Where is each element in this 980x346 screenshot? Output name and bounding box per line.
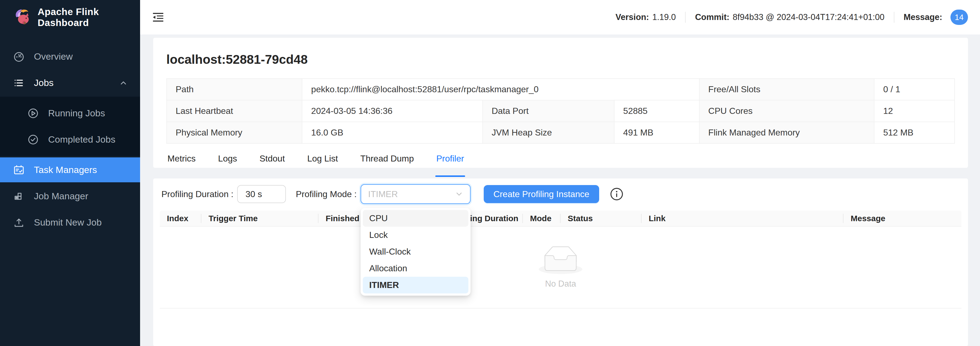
tab-profiler[interactable]: Profiler xyxy=(435,151,465,171)
sidebar-item-label: Job Manager xyxy=(34,191,88,201)
tab-stdout[interactable]: Stdout xyxy=(259,151,286,171)
mode-option-allocation[interactable]: Allocation xyxy=(363,260,468,277)
create-profiling-instance-button[interactable]: Create Profiling Instance xyxy=(484,185,599,203)
sidebar-item-submit-new-job[interactable]: Submit New Job xyxy=(0,210,140,235)
profiling-mode-select-wrap: ITIMER CPU Lock Wall-Clock Allocation IT… xyxy=(361,184,471,204)
mode-option-lock[interactable]: Lock xyxy=(363,226,468,243)
column-mode: Mode xyxy=(523,214,561,223)
profiling-mode-dropdown: CPU Lock Wall-Clock Allocation ITIMER xyxy=(361,208,471,296)
chevron-down-icon xyxy=(455,190,463,198)
table-row: Last Heartbeat 2024-03-05 14:36:36 Data … xyxy=(167,100,955,122)
sidebar-item-label: Task Managers xyxy=(34,164,97,175)
physical-memory-value: 16.0 GB xyxy=(302,122,483,144)
profiling-table-empty-body: No Data xyxy=(160,226,961,308)
tab-log-list[interactable]: Log List xyxy=(306,151,339,171)
schedule-icon xyxy=(13,164,25,176)
tab-thread-dump[interactable]: Thread Dump xyxy=(359,151,415,171)
content: localhost:52881-79cd48 Path pekko.tcp://… xyxy=(140,35,980,346)
app-root: Apache Flink Dashboard Overview Jobs xyxy=(0,0,980,346)
profiling-duration-label: Profiling Duration : xyxy=(161,189,233,199)
taskmanager-detail-card: localhost:52881-79cd48 Path pekko.tcp://… xyxy=(153,38,968,168)
chevron-up-icon xyxy=(118,77,129,89)
flink-squirrel-logo xyxy=(13,7,31,28)
sidebar-item-label: Jobs xyxy=(34,78,54,88)
profiling-instances-table: Index Trigger Time Finished Time Profili… xyxy=(160,210,961,308)
path-label: Path xyxy=(167,78,302,100)
top-header: Version: 1.19.0 Commit: 8f94b33 @ 2024-0… xyxy=(140,0,980,35)
check-circle-icon xyxy=(27,134,39,145)
taskmanager-info-table: Path pekko.tcp://flink@localhost:52881/u… xyxy=(166,78,955,144)
physical-memory-label: Physical Memory xyxy=(167,122,302,144)
detail-tabs: Metrics Logs Stdout Log List Thread Dump… xyxy=(166,144,955,171)
profiling-mode-select[interactable]: ITIMER xyxy=(361,184,471,204)
heartbeat-label: Last Heartbeat xyxy=(167,100,302,122)
tab-logs[interactable]: Logs xyxy=(217,151,238,171)
dashboard-icon xyxy=(13,51,25,62)
sidebar-menu: Overview Jobs Running Jobs xyxy=(0,43,140,236)
jvm-heap-value: 491 MB xyxy=(614,122,699,144)
heartbeat-value: 2024-03-05 14:36:36 xyxy=(302,100,483,122)
info-circle-icon[interactable] xyxy=(609,187,624,201)
data-port-label: Data Port xyxy=(483,100,614,122)
profiling-duration-input[interactable]: 30 s xyxy=(237,185,286,203)
path-value: pekko.tcp://flink@localhost:52881/user/r… xyxy=(302,78,699,100)
divider xyxy=(894,12,894,23)
sidebar-item-completed-jobs[interactable]: Completed Jobs xyxy=(0,127,140,152)
mode-option-cpu[interactable]: CPU xyxy=(363,210,468,226)
sidebar-item-jobs[interactable]: Jobs xyxy=(0,70,140,95)
sidebar-item-label: Submit New Job xyxy=(34,217,102,228)
jvm-heap-label: JVM Heap Size xyxy=(483,122,614,144)
play-circle-icon xyxy=(27,108,39,119)
app-title: Apache Flink Dashboard xyxy=(38,6,140,28)
profiling-table-header: Index Trigger Time Finished Time Profili… xyxy=(160,210,961,226)
table-row: Path pekko.tcp://flink@localhost:52881/u… xyxy=(167,78,955,100)
message-label: Message: xyxy=(904,12,942,22)
main-area: Version: 1.19.0 Commit: 8f94b33 @ 2024-0… xyxy=(140,0,980,346)
data-port-value: 52885 xyxy=(614,100,699,122)
message-count-badge[interactable]: 14 xyxy=(950,10,968,25)
no-data-text: No Data xyxy=(545,279,576,289)
brand-header: Apache Flink Dashboard xyxy=(0,0,140,35)
sidebar-item-overview[interactable]: Overview xyxy=(0,44,140,69)
free-slots-value: 0 / 1 xyxy=(874,78,955,100)
profiler-card: Profiling Duration : 30 s Profiling Mode… xyxy=(153,179,968,346)
sidebar-item-running-jobs[interactable]: Running Jobs xyxy=(0,101,140,126)
column-link: Link xyxy=(641,214,843,223)
column-status: Status xyxy=(561,214,641,223)
version-value: 1.19.0 xyxy=(652,12,676,22)
cpu-cores-value: 12 xyxy=(874,100,955,122)
sidebar-item-label: Overview xyxy=(34,51,73,62)
menu-fold-icon[interactable] xyxy=(151,11,165,24)
column-trigger-time: Trigger Time xyxy=(201,214,318,223)
mode-option-wall-clock[interactable]: Wall-Clock xyxy=(363,243,468,260)
table-row: Physical Memory 16.0 GB JVM Heap Size 49… xyxy=(167,122,955,144)
sidebar-item-job-manager[interactable]: Job Manager xyxy=(0,184,140,209)
mode-option-itimer[interactable]: ITIMER xyxy=(363,277,468,293)
unordered-list-icon xyxy=(13,77,25,89)
build-info: Version: 1.19.0 Commit: 8f94b33 @ 2024-0… xyxy=(616,10,968,25)
managed-memory-value: 512 MB xyxy=(874,122,955,144)
sidebar-item-task-managers[interactable]: Task Managers xyxy=(0,158,140,182)
column-message: Message xyxy=(843,214,961,223)
profiler-controls: Profiling Duration : 30 s Profiling Mode… xyxy=(160,184,961,204)
commit-value: 8f94b33 @ 2024-03-04T17:24:41+01:00 xyxy=(733,12,885,22)
sidebar-item-label: Completed Jobs xyxy=(48,134,115,145)
commit-label: Commit: xyxy=(695,12,729,22)
profiling-mode-label: Profiling Mode : xyxy=(296,189,356,199)
upload-icon xyxy=(13,217,25,228)
tab-metrics[interactable]: Metrics xyxy=(166,151,197,171)
free-slots-label: Free/All Slots xyxy=(699,78,874,100)
build-icon xyxy=(13,191,25,202)
empty-inbox-icon xyxy=(539,246,582,274)
version-label: Version: xyxy=(616,12,649,22)
cpu-cores-label: CPU Cores xyxy=(699,100,874,122)
sidebar: Apache Flink Dashboard Overview Jobs xyxy=(0,0,140,346)
jobs-submenu: Running Jobs Completed Jobs xyxy=(0,97,140,156)
selected-mode-value: ITIMER xyxy=(368,189,455,199)
sidebar-item-label: Running Jobs xyxy=(48,108,105,118)
managed-memory-label: Flink Managed Memory xyxy=(699,122,874,144)
divider xyxy=(685,12,686,23)
column-index: Index xyxy=(160,214,201,223)
page-title: localhost:52881-79cd48 xyxy=(166,38,955,78)
